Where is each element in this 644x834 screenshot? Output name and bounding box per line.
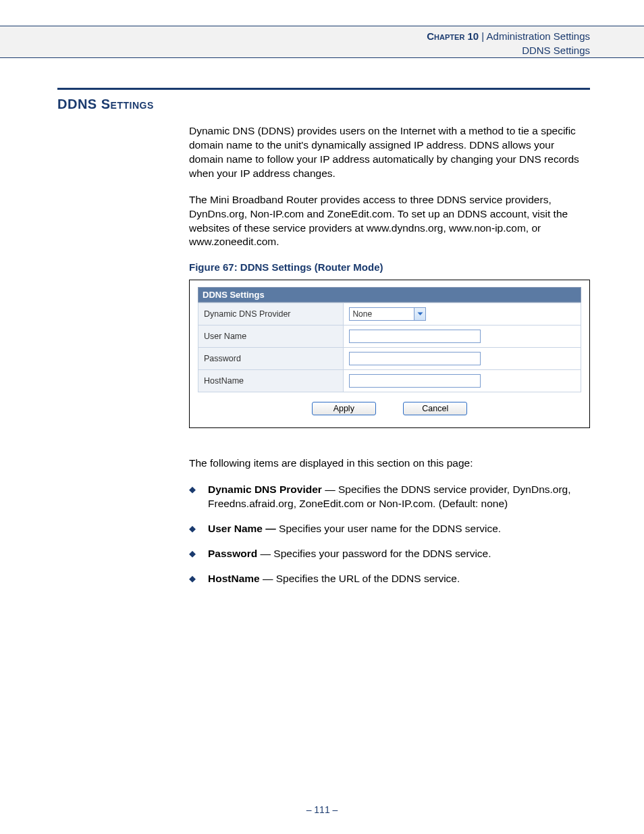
page-number: – 111 –: [0, 804, 644, 815]
username-input[interactable]: [349, 330, 481, 343]
cancel-button[interactable]: Cancel: [403, 402, 467, 415]
row-password: Password: [198, 348, 581, 370]
bullet-password: Password — Specifies your password for t…: [189, 547, 590, 561]
bullet-text: — Specifies the URL of the DDNS service.: [260, 573, 460, 584]
bullet-hostname: HostName — Specifies the URL of the DDNS…: [189, 572, 590, 586]
hostname-label: HostName: [198, 370, 344, 392]
figure-frame: DDNS Settings Dynamic DNS Provider None: [189, 280, 590, 428]
apply-button[interactable]: Apply: [312, 402, 376, 415]
row-hostname: HostName: [198, 370, 581, 392]
bullet-term: Dynamic DNS Provider: [208, 484, 322, 495]
row-username: User Name: [198, 325, 581, 348]
provider-select-value: None: [350, 308, 414, 320]
paragraph-1: Dynamic DNS (DDNS) provides users on the…: [189, 124, 590, 181]
paragraph-3: The following items are displayed in thi…: [189, 457, 590, 471]
provider-select[interactable]: None: [349, 307, 426, 321]
bullet-text: — Specifies your password for the DDNS s…: [257, 548, 491, 559]
body-column: Dynamic DNS (DDNS) provides users on the…: [189, 124, 590, 586]
bullet-provider: Dynamic DNS Provider — Specifies the DDN…: [189, 483, 590, 511]
password-label: Password: [198, 348, 344, 370]
chevron-down-icon: [414, 308, 425, 320]
chapter-label: Chapter 10: [427, 30, 479, 42]
header-separator: |: [479, 30, 486, 42]
hostname-input[interactable]: [349, 374, 481, 388]
bullet-term: User Name —: [208, 523, 276, 534]
bullet-term: HostName: [208, 573, 260, 584]
username-label: User Name: [198, 325, 344, 348]
panel-title: DDNS Settings: [198, 287, 581, 303]
bullet-username: User Name — Specifies your user name for…: [189, 522, 590, 536]
bullet-list: Dynamic DNS Provider — Specifies the DDN…: [189, 483, 590, 586]
settings-table: Dynamic DNS Provider None User Name: [198, 303, 581, 392]
header-subtitle: DDNS Settings: [0, 43, 590, 57]
bullet-text: Specifies your user name for the DDNS se…: [276, 523, 501, 534]
button-row: Apply Cancel: [198, 402, 581, 415]
provider-label: Dynamic DNS Provider: [198, 303, 344, 325]
paragraph-2: The Mini Broadband Router provides acces…: [189, 193, 590, 250]
password-input[interactable]: [349, 352, 481, 365]
chapter-name: Administration Settings: [487, 30, 590, 42]
row-provider: Dynamic DNS Provider None: [198, 303, 581, 325]
page-header: Chapter 10 | Administration Settings DDN…: [0, 26, 644, 58]
section-rule: [57, 88, 590, 90]
bullet-term: Password: [208, 548, 257, 559]
content-area: DDNS Settings Dynamic DNS (DDNS) provide…: [57, 88, 590, 597]
figure-caption: Figure 67: DDNS Settings (Router Mode): [189, 261, 590, 273]
section-title: DDNS Settings: [57, 97, 590, 112]
